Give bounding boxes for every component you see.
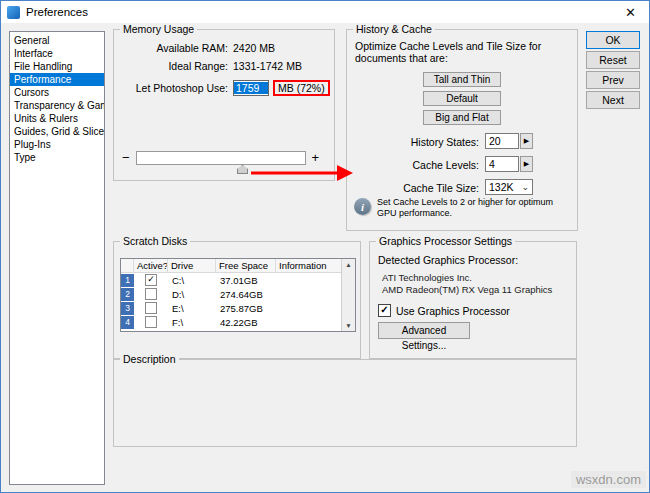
- sidebar-item-interface[interactable]: Interface: [10, 47, 104, 60]
- info-icon: i: [354, 198, 371, 215]
- memory-percent-suffix: MB (72%): [273, 80, 330, 96]
- next-button[interactable]: Next: [586, 91, 640, 109]
- free-space-cell: 274.64GB: [216, 289, 276, 300]
- ideal-range-row: Ideal Range: 1331-1742 MB: [120, 60, 302, 72]
- gpu-performance-note: Set Cache Levels to 2 or higher for opti…: [377, 197, 565, 219]
- drive-cell: C:\: [168, 275, 216, 286]
- history-cache-group: History & Cache Optimize Cache Levels an…: [346, 29, 578, 231]
- memory-usage-title: Memory Usage: [120, 23, 197, 35]
- tall-and-thin-button[interactable]: Tall and Thin: [423, 72, 501, 87]
- drive-column-header: Drive: [168, 259, 216, 272]
- sidebar-item-plug-ins[interactable]: Plug-Ins: [10, 138, 104, 151]
- scratch-disks-list: Active? Drive Free Space Information 1 ✓…: [121, 259, 341, 331]
- free-space-cell: 42.22GB: [216, 317, 276, 328]
- description-title: Description: [120, 353, 179, 365]
- reset-button[interactable]: Reset: [586, 51, 640, 69]
- use-gpu-row: ✓ Use Graphics Processor: [378, 304, 510, 317]
- active-checkbox[interactable]: ✓: [145, 274, 157, 286]
- active-cell: [134, 302, 168, 314]
- optimize-cache-text: Optimize Cache Levels and Tile Size for …: [355, 40, 559, 64]
- free-space-cell: 275.87GB: [216, 303, 276, 314]
- title-bar: Preferences ✕: [1, 1, 649, 23]
- drive-cell: D:\: [168, 289, 216, 300]
- drive-cell: E:\: [168, 303, 216, 314]
- let-photoshop-use-row: Let Photoshop Use: 1759 MB (72%): [120, 80, 330, 96]
- scratch-disks-group: Scratch Disks Active? Drive Free Space I…: [113, 241, 361, 359]
- row-number: 3: [121, 302, 134, 315]
- memory-amount-input[interactable]: 1759: [233, 80, 269, 96]
- let-photoshop-use-label: Let Photoshop Use:: [120, 82, 228, 94]
- watermark: wsxdn.com: [571, 471, 646, 488]
- cache-levels-spinner-icon[interactable]: ▶: [520, 156, 533, 172]
- available-ram-label: Available RAM:: [120, 42, 228, 54]
- sidebar-item-cursors[interactable]: Cursors: [10, 86, 104, 99]
- chevron-down-icon: ⌄: [521, 182, 529, 192]
- graphics-processor-group: Graphics Processor Settings Detected Gra…: [369, 241, 577, 359]
- active-checkbox[interactable]: [145, 316, 157, 328]
- row-number: 1: [121, 274, 134, 287]
- scratch-scrollbar[interactable]: ▲ ▼: [341, 259, 355, 331]
- sidebar-item-performance[interactable]: Performance: [10, 73, 104, 86]
- table-row[interactable]: 3 E:\ 275.87GB: [121, 301, 341, 315]
- row-number: 4: [121, 316, 134, 329]
- sidebar-item-type[interactable]: Type: [10, 151, 104, 164]
- use-gpu-label: Use Graphics Processor: [396, 305, 510, 317]
- active-checkbox[interactable]: [145, 302, 157, 314]
- red-arrow-annotation: [249, 162, 355, 184]
- memory-slider-thumb[interactable]: [237, 165, 248, 174]
- active-cell: [134, 288, 168, 300]
- available-ram-row: Available RAM: 2420 MB: [120, 42, 275, 54]
- dialog-icon: [7, 6, 20, 19]
- preferences-nav: General Interface File Handling Performa…: [9, 31, 105, 485]
- memory-amount-value: 1759: [234, 82, 268, 94]
- detected-gpu-label: Detected Graphics Processor:: [378, 254, 518, 266]
- cache-tile-size-value: 132K: [489, 181, 514, 193]
- advanced-settings-button[interactable]: Advanced Settings...: [378, 322, 470, 339]
- sidebar-item-guides-grid-slices[interactable]: Guides, Grid & Slices: [10, 125, 104, 138]
- corner-header: [121, 259, 134, 272]
- cache-levels-label: Cache Levels:: [347, 159, 479, 171]
- scroll-down-icon[interactable]: ▼: [345, 322, 351, 329]
- available-ram-value: 2420 MB: [233, 42, 275, 54]
- table-row[interactable]: 4 F:\ 42.22GB: [121, 315, 341, 329]
- history-cache-title: History & Cache: [353, 23, 435, 35]
- free-space-cell: 37.01GB: [216, 275, 276, 286]
- drive-cell: F:\: [168, 317, 216, 328]
- memory-usage-group: Memory Usage Available RAM: 2420 MB Idea…: [113, 29, 335, 181]
- default-button[interactable]: Default: [423, 91, 501, 106]
- ok-button[interactable]: OK: [586, 31, 640, 49]
- information-column-header: Information: [276, 259, 341, 272]
- graphics-processor-title: Graphics Processor Settings: [376, 235, 515, 247]
- gpu-vendor: ATI Technologies Inc.: [382, 272, 472, 283]
- scratch-disks-table: Active? Drive Free Space Information 1 ✓…: [120, 258, 356, 332]
- ideal-range-value: 1331-1742 MB: [233, 60, 302, 72]
- scroll-up-icon[interactable]: ▲: [345, 261, 351, 268]
- prev-button[interactable]: Prev: [586, 71, 640, 89]
- active-column-header: Active?: [134, 259, 168, 272]
- cache-levels-input[interactable]: 4: [485, 156, 519, 172]
- description-group: Description: [113, 359, 577, 447]
- free-space-column-header: Free Space: [216, 259, 276, 272]
- use-gpu-checkbox[interactable]: ✓: [378, 304, 391, 317]
- ideal-range-label: Ideal Range:: [120, 60, 228, 72]
- big-and-flat-button[interactable]: Big and Flat: [423, 110, 501, 125]
- gpu-model: AMD Radeon(TM) RX Vega 11 Graphics: [382, 284, 552, 295]
- sidebar-item-transparency-gamut[interactable]: Transparency & Gamut: [10, 99, 104, 112]
- scratch-disks-title: Scratch Disks: [120, 235, 190, 247]
- sidebar-item-general[interactable]: General: [10, 34, 104, 47]
- sidebar-item-file-handling[interactable]: File Handling: [10, 60, 104, 73]
- history-states-spinner-icon[interactable]: ▶: [520, 133, 533, 149]
- history-states-label: History States:: [347, 136, 479, 148]
- close-icon[interactable]: ✕: [620, 5, 641, 20]
- sidebar-item-units-rulers[interactable]: Units & Rulers: [10, 112, 104, 125]
- table-row[interactable]: 2 D:\ 274.64GB: [121, 287, 341, 301]
- active-checkbox[interactable]: [145, 288, 157, 300]
- cache-tile-size-dropdown[interactable]: 132K ⌄: [485, 179, 533, 195]
- row-number: 2: [121, 288, 134, 301]
- cache-tile-size-label: Cache Tile Size:: [347, 182, 479, 194]
- slider-minus-icon[interactable]: −: [122, 150, 130, 165]
- window-title: Preferences: [26, 6, 88, 18]
- active-cell: ✓: [134, 274, 168, 286]
- history-states-input[interactable]: 20: [485, 133, 519, 149]
- table-row[interactable]: 1 ✓ C:\ 37.01GB: [121, 273, 341, 287]
